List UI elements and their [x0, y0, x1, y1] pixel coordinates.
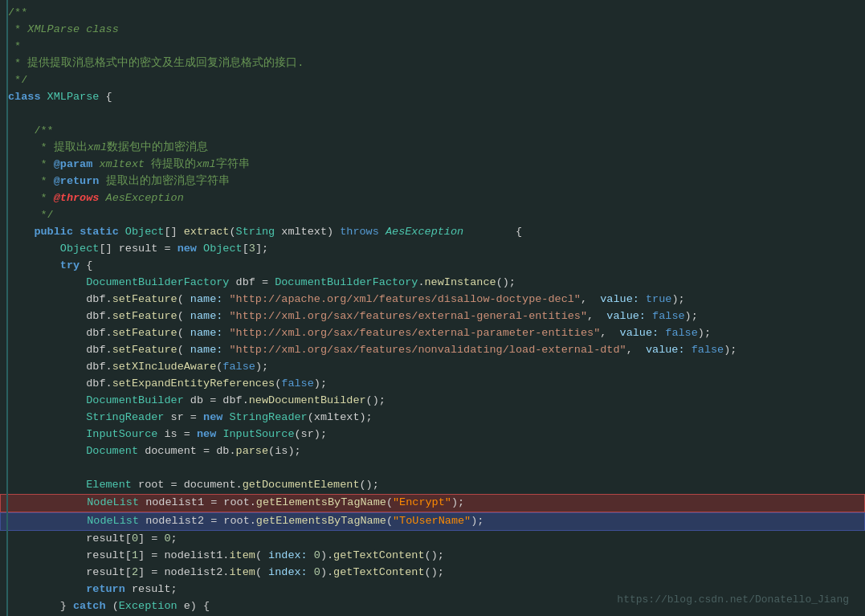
code-line-33: result[1] = nodelist1.item( index: 0).ge… [0, 548, 865, 565]
code-line-25: StringReader sr = new StringReader(xmlte… [0, 410, 865, 426]
code-line-31: NodeList nodelist2 = root.getElementsByT… [0, 512, 865, 531]
code-line-28 [0, 460, 865, 477]
code-line-23: dbf.setExpandEntityReferences(false); [0, 376, 865, 393]
code-line-1: /** [0, 5, 865, 22]
code-line-21: dbf.setFeature( name: "http://xml.org/sa… [0, 342, 865, 359]
code-line-3: * [0, 39, 865, 55]
code-line-11: * @return 提取出的加密消息字符串 [0, 173, 865, 190]
code-line-29: Element root = document.getDocumentEleme… [0, 477, 865, 494]
code-line-24: DocumentBuilder db = dbf.newDocumentBuil… [0, 393, 865, 410]
code-line-2: * XMLParse class [0, 22, 865, 39]
code-line-17: DocumentBuilderFactory dbf = DocumentBui… [0, 275, 865, 292]
code-line-5: */ [0, 72, 865, 89]
code-line-6: class XMLParse { [0, 89, 865, 106]
code-line-12: * @throws AesException [0, 190, 865, 207]
code-line-34: result[2] = nodelist2.item( index: 0).ge… [0, 565, 865, 581]
code-line-26: InputSource is = new InputSource(sr); [0, 426, 865, 443]
code-line-7 [0, 106, 865, 123]
code-line-14: public static Object[] extract(String xm… [0, 224, 865, 241]
code-line-27: Document document = db.parse(is); [0, 443, 865, 460]
code-line-20: dbf.setFeature( name: "http://xml.org/sa… [0, 325, 865, 342]
code-line-8: /** [0, 123, 865, 140]
code-line-19: dbf.setFeature( name: "http://xml.org/sa… [0, 308, 865, 325]
code-line-30: NodeList nodelist1 = root.getElementsByT… [0, 494, 865, 512]
code-container: /** * XMLParse class * * 提供提取消息格式中的密文及生成… [0, 0, 865, 616]
code-line-22: dbf.setXIncludeAware(false); [0, 359, 865, 376]
code-line-9: * 提取出xml数据包中的加密消息 [0, 140, 865, 157]
code-line-13: */ [0, 207, 865, 224]
code-line-10: * @param xmltext 待提取的xml字符串 [0, 157, 865, 173]
code-line-16: try { [0, 258, 865, 275]
watermark: https://blog.csdn.net/Donatello_Jiang [617, 592, 849, 608]
code-line-18: dbf.setFeature( name: "http://apache.org… [0, 292, 865, 308]
code-line-32: result[0] = 0; [0, 531, 865, 548]
code-line-15: Object[] result = new Object[3]; [0, 241, 865, 258]
code-line-4: * 提供提取消息格式中的密文及生成回复消息格式的接口. [0, 55, 865, 72]
